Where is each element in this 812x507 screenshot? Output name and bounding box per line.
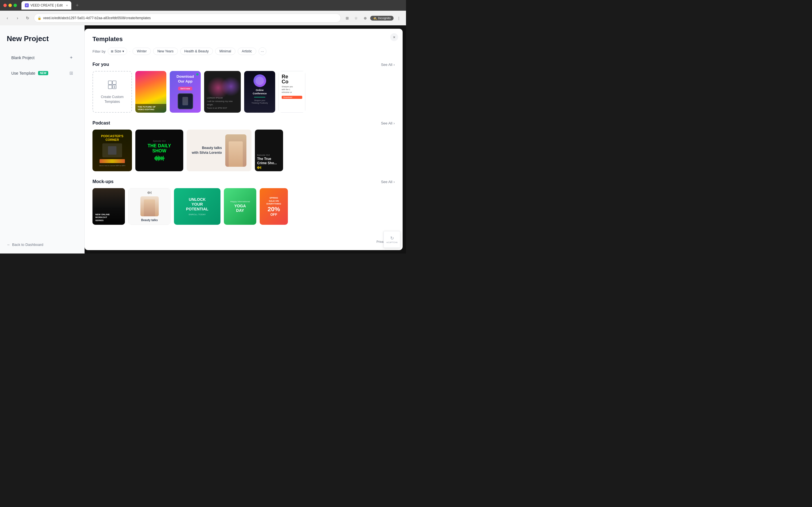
see-all-mockups-label: See All	[381, 180, 392, 184]
size-filter-label: Size	[114, 49, 121, 53]
close-templates-button[interactable]: ×	[390, 33, 398, 41]
template-re-co[interactable]: ReCo Sharpen youwith the c.refresher or …	[278, 71, 305, 113]
template-online-conference[interactable]: OnlineConference Shapen yourThinking Pos…	[244, 71, 275, 113]
chevron-right-icon: ›	[394, 180, 395, 184]
svg-rect-1	[112, 81, 116, 84]
see-all-podcast-label: See All	[381, 121, 392, 125]
recaptcha-icon: ↻	[390, 235, 394, 241]
mockups-section-row: Mock-ups See All ›	[93, 179, 395, 184]
see-all-label: See All	[381, 62, 392, 67]
toolbar-actions: ⊞ ☆ ⊕ 🕵 Incognito ⋮	[343, 14, 403, 22]
browser-tab[interactable]: V VEED CREATE | Edit ×	[21, 1, 71, 10]
for-you-title: For you	[93, 62, 109, 67]
for-you-section-row: For you See All ›	[93, 62, 395, 67]
address-text: veed.io/edit/abcb1297-5a01-4d77-b2aa-a83…	[43, 16, 337, 20]
create-icon	[107, 80, 117, 92]
template-download-app[interactable]: DownloadOur App Get it now	[170, 71, 201, 113]
maximize-window-button[interactable]	[13, 4, 17, 7]
cast-button[interactable]: ⊞	[343, 14, 351, 22]
template-workout-series[interactable]: NEW ONLINEWORKOUTSERIES	[93, 188, 125, 225]
traffic-lights	[3, 4, 17, 7]
tab-favicon: V	[25, 3, 29, 7]
template-beauty-mock[interactable]: Beauty talks	[128, 188, 170, 225]
size-filter-icon: ⊞	[111, 50, 113, 53]
templates-title: Templates	[93, 36, 395, 43]
template-lorem-ipsum[interactable]: LOREM IPSUMI will be releasing my new si…	[204, 71, 241, 113]
template-unlock-potential[interactable]: UnlockYourPotential ENROLL TODAY	[174, 188, 220, 225]
lock-icon: 🔒	[38, 16, 42, 20]
back-button[interactable]: ‹	[3, 14, 11, 22]
podcast-title: Podcast	[93, 121, 110, 126]
incognito-label: Incognito	[378, 16, 391, 20]
mockups-see-all[interactable]: See All ›	[381, 180, 395, 184]
incognito-icon: 🕵	[373, 16, 377, 20]
template-daily-show[interactable]: Episode #14 THE DAILYSHOW	[135, 129, 183, 171]
svg-rect-0	[108, 81, 112, 84]
sparkle-icon: ✦	[69, 55, 73, 60]
mockups-grid: NEW ONLINEWORKOUTSERIES	[93, 188, 395, 225]
use-template-label: Use Template	[11, 71, 35, 75]
template-beauty-talks-podcast[interactable]: Beauty talkswith Silvia Lorento	[187, 129, 252, 171]
back-to-dashboard-button[interactable]: ← Back to Dashboard	[7, 242, 43, 247]
chevron-right-icon: ›	[394, 121, 395, 125]
template-true-crime[interactable]: Episode #14 The TrueCrime Sho...	[255, 129, 283, 171]
new-badge: NEW	[38, 71, 48, 75]
podcast-see-all[interactable]: See All ›	[381, 121, 395, 125]
new-project-panel: New Project Blank Project ✦ Use Template…	[0, 25, 85, 253]
templates-panel: × Templates Filter by ⊞ Size ▾ · Winter …	[85, 29, 403, 250]
forward-button[interactable]: ›	[13, 14, 21, 22]
filter-bar: Filter by ⊞ Size ▾ · Winter New Years He…	[93, 47, 395, 55]
chevron-right-icon: ›	[394, 62, 395, 67]
podcast-grid: PODCASTER'SCORNER Here's how to convert …	[93, 129, 395, 171]
recaptcha-badge: ↻ reCAPTCHA	[384, 231, 400, 248]
size-filter-button[interactable]: ⊞ Size ▾	[108, 48, 127, 55]
new-project-title: New Project	[7, 34, 78, 43]
browser-titlebar: V VEED CREATE | Edit × +	[0, 0, 406, 11]
filter-winter[interactable]: Winter	[133, 48, 151, 55]
back-arrow-icon: ←	[7, 242, 10, 247]
template-podcasters-corner[interactable]: PODCASTER'SCORNER Here's how to convert …	[93, 129, 132, 171]
chevron-down-icon: ▾	[122, 49, 124, 53]
more-menu-button[interactable]: ⋮	[395, 14, 403, 22]
create-custom-card[interactable]: Create Custom Templates	[93, 71, 132, 113]
for-you-see-all[interactable]: See All ›	[381, 62, 395, 67]
new-tab-button[interactable]: +	[73, 2, 81, 9]
app-area: ⚙ Settings 🎵 Media ♪ Audio CC Subtitles …	[0, 25, 406, 253]
back-to-dashboard-label: Back to Dashboard	[12, 242, 43, 247]
podcast-section-row: Podcast See All ›	[93, 121, 395, 126]
for-you-grid: Create Custom Templates THE FUTURE OFVID…	[93, 71, 395, 113]
template-icon: ⊞	[69, 70, 73, 76]
use-template-option[interactable]: Use Template NEW ⊞	[7, 66, 78, 80]
extension-button[interactable]: ⊕	[361, 14, 369, 22]
close-window-button[interactable]	[3, 4, 7, 7]
template-future-video[interactable]: THE FUTURE OFVIDEO EDITING	[135, 71, 166, 113]
browser-toolbar: ‹ › ↻ 🔒 veed.io/edit/abcb1297-5a01-4d77-…	[0, 11, 406, 25]
more-filters-button[interactable]: ···	[259, 47, 266, 55]
filter-artistic[interactable]: Artistic	[238, 48, 256, 55]
address-bar[interactable]: 🔒 veed.io/edit/abcb1297-5a01-4d77-b2aa-a…	[34, 13, 341, 22]
filter-minimal[interactable]: Minimal	[215, 48, 235, 55]
modal-overlay: New Project Blank Project ✦ Use Template…	[0, 25, 406, 253]
filter-new-years[interactable]: New Years	[153, 48, 177, 55]
green-status-dot	[196, 73, 199, 75]
mockups-title: Mock-ups	[93, 179, 114, 184]
minimize-window-button[interactable]	[8, 4, 12, 7]
blank-project-label: Blank Project	[11, 55, 35, 60]
tab-close-button[interactable]: ×	[66, 4, 68, 7]
tab-title: VEED CREATE | Edit	[31, 3, 63, 7]
browser-chrome: V VEED CREATE | Edit × + ‹ › ↻ 🔒 veed.io…	[0, 0, 406, 25]
blank-project-option[interactable]: Blank Project ✦	[7, 51, 78, 64]
filter-health-beauty[interactable]: Health & Beauty	[180, 48, 213, 55]
recaptcha-text: reCAPTCHA	[386, 241, 398, 243]
template-spring-sale[interactable]: SPRINGSALE ONEVERYTHING 20% OFF	[260, 188, 288, 225]
template-yoga-day[interactable]: Happy International YOGADAY	[224, 188, 256, 225]
reload-button[interactable]: ↻	[24, 14, 32, 22]
svg-rect-2	[108, 85, 112, 89]
bookmark-button[interactable]: ☆	[352, 14, 360, 22]
create-custom-label: Create Custom Templates	[93, 95, 132, 104]
incognito-badge: 🕵 Incognito	[370, 16, 394, 20]
filter-by-label: Filter by	[93, 49, 105, 54]
filter-separator: ·	[130, 49, 131, 54]
